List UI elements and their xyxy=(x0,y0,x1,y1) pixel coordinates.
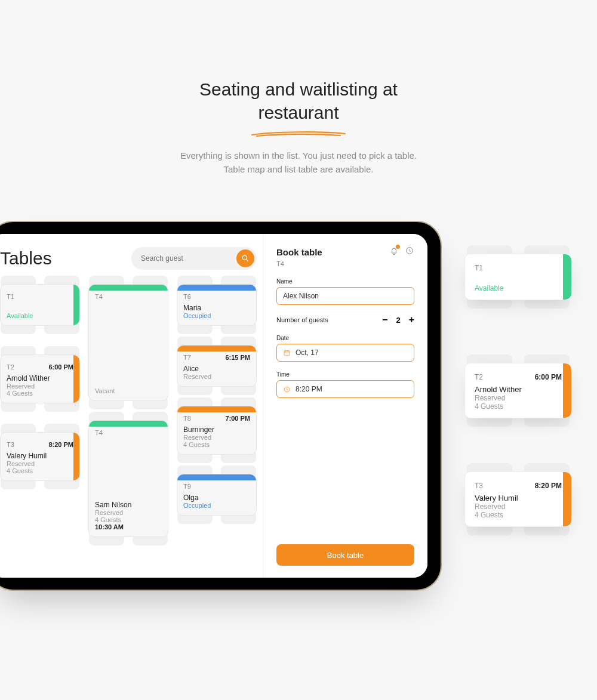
status-stripe xyxy=(563,254,571,300)
search-field[interactable] xyxy=(131,247,257,270)
svg-point-0 xyxy=(242,255,247,260)
table-column-3: T6 Maria Occupied T76:15 PM Alice Reserv… xyxy=(177,284,257,537)
guest-name: Arnold Wither xyxy=(7,374,73,383)
table-id: T3 xyxy=(7,441,14,448)
table-card-t3[interactable]: T38:20 PM Valery Humil Reserved 4 Guests xyxy=(0,432,80,481)
time-value: 8:20 PM xyxy=(296,385,322,393)
guest-name: Alice xyxy=(183,365,250,373)
guest-name: Valery Humil xyxy=(7,452,73,460)
book-table-button[interactable]: Book table xyxy=(276,544,414,566)
table-status: Vacant xyxy=(95,387,162,394)
hero-sub-line2: Table map and list table are available. xyxy=(224,164,374,174)
table-guests: 4 Guests xyxy=(95,516,162,523)
table-card-t6[interactable]: T6 Maria Occupied xyxy=(177,284,257,326)
tables-grid: T1 Available T26:00 PM Arnold Wither Res… xyxy=(0,284,257,537)
table-status: Reserved xyxy=(7,460,73,467)
book-table-id: T4 xyxy=(276,260,414,267)
guests-stepper: − 2 + xyxy=(382,314,414,325)
promo-card-t1: T1 Available xyxy=(464,254,572,300)
app-screen: Tables T1 Av xyxy=(0,234,427,578)
table-status: Reserved xyxy=(183,434,250,441)
status-stripe xyxy=(563,472,571,526)
clock-icon xyxy=(283,386,291,393)
table-guests: 4 Guests xyxy=(7,467,73,474)
table-column-2: T4 Vacant T4 xyxy=(88,284,168,537)
time-field[interactable]: 8:20 PM xyxy=(276,380,414,398)
search-button[interactable] xyxy=(236,249,254,267)
table-status: Reserved xyxy=(475,394,562,402)
book-title: Book table xyxy=(276,247,322,257)
promo-card-t2: T26:00 PM Arnold Wither Reserved 4 Guest… xyxy=(464,363,572,418)
table-id: T9 xyxy=(183,483,191,490)
svg-line-1 xyxy=(247,260,248,261)
status-stripe xyxy=(177,406,256,412)
table-id: T4 xyxy=(95,293,103,300)
calendar-icon xyxy=(283,349,291,357)
table-id: T6 xyxy=(183,293,191,300)
status-stripe xyxy=(177,346,256,351)
table-guests: 4 Guests xyxy=(183,441,250,448)
search-input[interactable] xyxy=(141,254,236,263)
hero-underline-icon xyxy=(251,130,346,137)
name-value: Alex Nilson xyxy=(283,292,319,300)
table-id: T2 xyxy=(475,373,483,381)
name-field[interactable]: Alex Nilson xyxy=(276,287,414,305)
guest-name: Burninger xyxy=(183,425,250,434)
table-time: 8:20 PM xyxy=(535,482,562,490)
svg-rect-3 xyxy=(284,350,290,355)
hero-sub-line1: Everything is shown in the list. You jus… xyxy=(180,150,417,161)
date-value: Oct, 17 xyxy=(296,349,319,357)
guest-name: Maria xyxy=(183,304,250,312)
promo-card-t3: T38:20 PM Valery Humil Reserved 4 Guests xyxy=(464,471,572,527)
table-time: 6:15 PM xyxy=(225,354,250,361)
table-status: Reserved xyxy=(7,383,73,390)
status-stripe xyxy=(89,421,168,427)
table-status: Reserved xyxy=(475,502,562,511)
status-stripe xyxy=(177,474,256,480)
page-title: Tables xyxy=(0,248,52,269)
name-label: Name xyxy=(276,278,414,285)
guests-value: 2 xyxy=(396,316,400,325)
table-card-t4-sam[interactable]: T4 Sam Nilson Reserved 4 Guests 10:30 AM xyxy=(88,420,168,537)
table-id: T3 xyxy=(475,482,483,490)
table-when: 10:30 AM xyxy=(95,523,162,531)
status-stripe xyxy=(73,285,79,325)
date-field[interactable]: Oct, 17 xyxy=(276,344,414,362)
table-id: T2 xyxy=(7,363,14,371)
table-id: T7 xyxy=(183,354,191,361)
status-stripe xyxy=(89,285,168,291)
plus-button[interactable]: + xyxy=(409,314,414,325)
hero-title: Seating and waitlisting at restaurant xyxy=(0,78,597,124)
history-icon[interactable] xyxy=(405,246,414,258)
table-guests: 4 Guests xyxy=(475,402,562,411)
search-icon xyxy=(241,254,250,263)
status-stripe xyxy=(177,285,256,291)
date-label: Date xyxy=(276,335,414,341)
guests-row: Number of guests − 2 + xyxy=(276,314,414,325)
table-time: 6:00 PM xyxy=(48,363,73,371)
guest-name: Valery Humil xyxy=(475,494,562,502)
guest-name: Olga xyxy=(183,494,250,502)
hero: Seating and waitlisting at restaurant Ev… xyxy=(0,0,597,176)
table-status: Occupied xyxy=(183,312,250,319)
status-stripe xyxy=(563,363,571,418)
table-time: 8:20 PM xyxy=(48,441,73,448)
table-card-t2[interactable]: T26:00 PM Arnold Wither Reserved 4 Guest… xyxy=(0,354,80,403)
table-card-t8[interactable]: T87:00 PM Burninger Reserved 4 Guests xyxy=(177,406,257,455)
guest-name: Sam Nilson xyxy=(95,501,162,509)
table-card-t7[interactable]: T76:15 PM Alice Reserved xyxy=(177,345,257,387)
table-id: T4 xyxy=(95,429,103,436)
bell-icon[interactable] xyxy=(389,246,399,258)
book-header: Book table xyxy=(276,246,414,258)
table-id: T1 xyxy=(475,264,483,272)
time-label: Time xyxy=(276,371,414,378)
table-card-t1[interactable]: T1 Available xyxy=(0,284,80,326)
table-id: T1 xyxy=(7,293,14,300)
hero-subtitle: Everything is shown in the list. You jus… xyxy=(0,149,597,176)
minus-button[interactable]: − xyxy=(382,314,387,325)
status-stripe xyxy=(73,355,79,403)
table-card-t9[interactable]: T9 Olga Occupied xyxy=(177,474,257,516)
book-pane: Book table T4 Name Alex Nilson Number of… xyxy=(263,234,427,578)
table-card-t4-vacant[interactable]: T4 Vacant xyxy=(88,284,168,401)
table-status: Available xyxy=(475,284,562,292)
